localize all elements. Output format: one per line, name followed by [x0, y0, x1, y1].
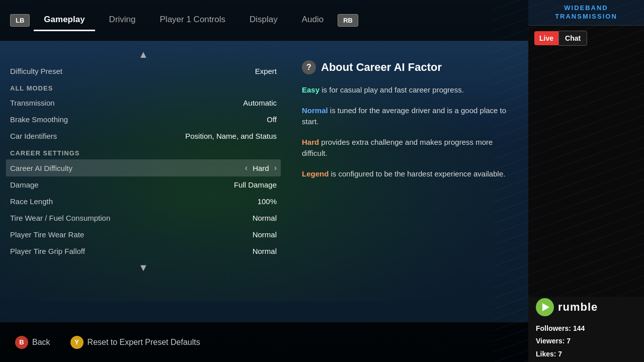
- logo-line1: WIDEBAND: [534, 4, 638, 13]
- difficulty-preset-row: Difficulty Preset Expert: [10, 63, 277, 79]
- info-normal: Normal is tuned for the average driver a…: [302, 105, 508, 128]
- damage-label: Damage: [10, 180, 39, 189]
- info-easy: Easy is for casual play and fast career …: [302, 84, 508, 96]
- car-identifiers-row: Car Identifiers Position, Name, and Stat…: [10, 128, 277, 144]
- tab-driving[interactable]: Driving: [99, 10, 146, 31]
- likes-stat: Likes: 7: [536, 348, 636, 360]
- tire-wear-label: Tire Wear / Fuel Consumption: [10, 214, 110, 222]
- player-tire-grip-row: Player Tire Grip Falloff Normal: [10, 243, 277, 259]
- info-title-text: About Career AI Factor: [321, 61, 442, 74]
- hard-keyword: Hard: [302, 138, 319, 146]
- player-tire-wear-row: Player Tire Wear Rate Normal: [10, 226, 277, 243]
- difficulty-preset-label: Difficulty Preset: [10, 67, 62, 75]
- career-ai-difficulty-control: ‹ Hard ›: [245, 163, 277, 172]
- likes-value: 7: [558, 350, 562, 358]
- bottom-action-bar: B Back Y Reset to Expert Preset Defaults: [0, 322, 528, 362]
- transmission-row: Transmission Automatic: [10, 95, 277, 111]
- brake-smoothing-label: Brake Smoothing: [10, 115, 68, 124]
- brake-smoothing-row: Brake Smoothing Off: [10, 111, 277, 128]
- easy-text: is for casual play and fast career progr…: [319, 85, 464, 94]
- info-hard: Hard provides extra challenge and makes …: [302, 137, 508, 159]
- lb-button[interactable]: LB: [10, 14, 30, 27]
- rumble-play-icon: [536, 298, 554, 316]
- viewers-value: 7: [567, 337, 571, 345]
- navigation-bar: LB Gameplay Driving Player 1 Controls Di…: [0, 0, 528, 41]
- normal-keyword: Normal: [302, 106, 328, 115]
- reset-action[interactable]: Y Reset to Expert Preset Defaults: [70, 336, 200, 349]
- normal-text: is tuned for the average driver and is a…: [302, 106, 506, 126]
- reset-label: Reset to Expert Preset Defaults: [88, 338, 200, 347]
- car-identifiers-label: Car Identifiers: [10, 132, 57, 140]
- tab-gameplay[interactable]: Gameplay: [34, 10, 95, 31]
- career-ai-right-arrow[interactable]: ›: [274, 163, 277, 172]
- legend-text: is configured to be the hardest experien…: [329, 169, 505, 178]
- settings-panel: ▲ Difficulty Preset Expert ALL MODES Tra…: [0, 41, 287, 322]
- tab-player1controls[interactable]: Player 1 Controls: [150, 10, 235, 31]
- right-sidebar: WIDEBAND TRANSMISSION Live Chat rumble F…: [528, 0, 644, 362]
- scroll-down-arrow[interactable]: ▼: [10, 262, 277, 274]
- rumble-stats: Followers: 144 Viewers: 7 Likes: 7: [536, 322, 636, 360]
- easy-keyword: Easy: [302, 85, 319, 94]
- car-identifiers-value: Position, Name, and Status: [185, 132, 277, 140]
- race-length-label: Race Length: [10, 197, 53, 206]
- followers-label: Followers:: [536, 324, 571, 332]
- b-button-icon: B: [15, 336, 28, 349]
- race-length-row: Race Length 100%: [10, 193, 277, 210]
- hard-text: provides extra challenge and makes progr…: [302, 138, 493, 158]
- damage-row: Damage Full Damage: [10, 176, 277, 193]
- back-action[interactable]: B Back: [15, 336, 50, 349]
- player-tire-grip-label: Player Tire Grip Falloff: [10, 247, 85, 255]
- rb-button[interactable]: RB: [338, 14, 358, 27]
- brake-smoothing-value: Off: [267, 115, 277, 124]
- tire-wear-row: Tire Wear / Fuel Consumption Normal: [10, 210, 277, 226]
- damage-value: Full Damage: [234, 180, 277, 189]
- race-length-value: 100%: [258, 197, 277, 206]
- rumble-logo: rumble: [536, 298, 636, 316]
- y-button-icon: Y: [70, 336, 84, 349]
- chat-badge: Chat: [558, 31, 587, 46]
- career-ai-difficulty-row[interactable]: Career AI Difficulty ‹ Hard ›: [6, 159, 281, 176]
- career-settings-header: CAREER SETTINGS: [10, 144, 277, 159]
- info-panel: ? About Career AI Factor Easy is for cas…: [292, 50, 518, 199]
- all-modes-header: ALL MODES: [10, 79, 277, 95]
- rumble-text: rumble: [558, 301, 598, 314]
- tire-wear-value: Normal: [253, 214, 277, 222]
- live-chat-button[interactable]: Live Chat: [534, 31, 638, 46]
- transmission-value: Automatic: [243, 99, 277, 107]
- viewers-label: Viewers:: [536, 337, 565, 345]
- viewers-stat: Viewers: 7: [536, 335, 636, 347]
- info-legend: Legend is configured to be the hardest e…: [302, 168, 508, 180]
- career-ai-left-arrow[interactable]: ‹: [245, 163, 248, 172]
- career-ai-difficulty-label: Career AI Difficulty: [10, 164, 72, 172]
- career-ai-difficulty-value: Hard: [253, 164, 269, 172]
- tab-display[interactable]: Display: [239, 10, 288, 31]
- followers-stat: Followers: 144: [536, 322, 636, 335]
- likes-label: Likes:: [536, 350, 556, 358]
- scroll-up-arrow[interactable]: ▲: [10, 49, 277, 60]
- player-tire-grip-value: Normal: [253, 247, 277, 255]
- info-title-row: ? About Career AI Factor: [302, 60, 508, 74]
- logo-line2: TRANSMISSION: [534, 13, 638, 21]
- player-tire-wear-label: Player Tire Wear Rate: [10, 230, 84, 239]
- info-question-icon: ?: [302, 60, 316, 74]
- wideband-logo: WIDEBAND TRANSMISSION: [528, 0, 644, 26]
- difficulty-preset-value: Expert: [255, 67, 277, 75]
- live-badge: Live: [534, 31, 558, 45]
- followers-value: 144: [573, 324, 585, 332]
- player-tire-wear-value: Normal: [253, 230, 277, 239]
- rumble-section: rumble Followers: 144 Viewers: 7 Likes: …: [528, 297, 644, 362]
- back-label: Back: [32, 338, 50, 347]
- transmission-label: Transmission: [10, 99, 55, 107]
- tab-audio[interactable]: Audio: [292, 10, 334, 31]
- legend-keyword: Legend: [302, 169, 329, 178]
